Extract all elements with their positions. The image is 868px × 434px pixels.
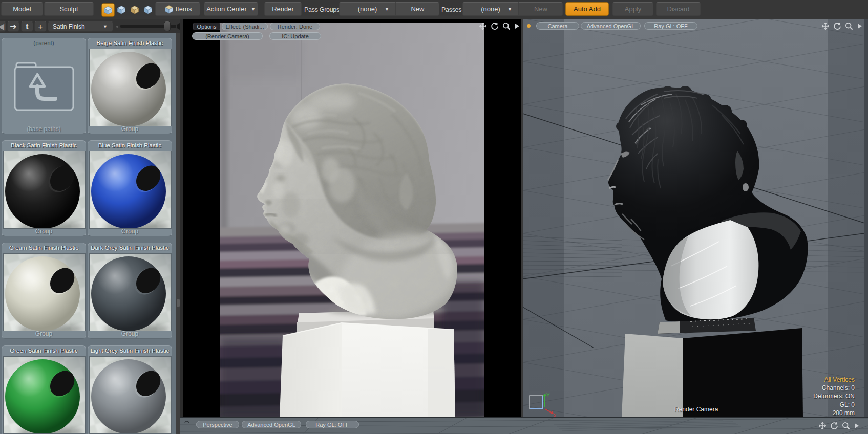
svg-text:Y: Y [546, 393, 550, 398]
svg-text:X: X [553, 413, 557, 417]
